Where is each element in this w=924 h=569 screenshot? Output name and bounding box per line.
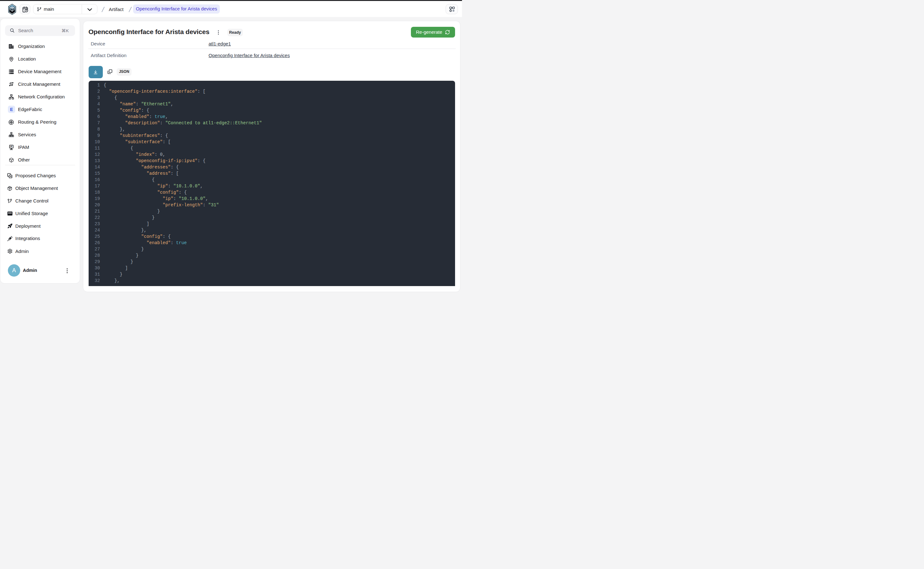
svg-text:IP: IP xyxy=(10,145,12,148)
